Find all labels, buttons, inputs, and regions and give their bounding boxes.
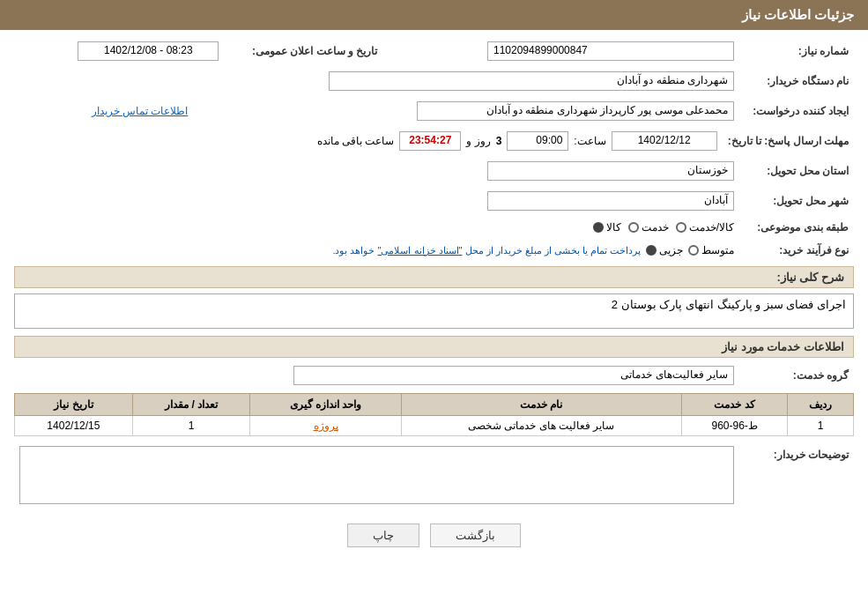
category-goods-label: کالا — [606, 221, 621, 234]
service-group-table: گروه خدمت: سایر فعالیت‌های خدماتی — [14, 363, 854, 388]
category-goods-service-radio — [676, 222, 686, 233]
table-header-unit: واحد اندازه گیری — [250, 394, 401, 416]
announce-date-value: 1402/12/08 - 08:23 — [78, 41, 219, 61]
content-area: شماره نیاز: 1102094899000847 تاریخ و ساع… — [0, 30, 868, 565]
deadline-remaining: 23:54:27 — [399, 131, 461, 151]
category-goods-service-option[interactable]: کالا/خدمت — [676, 221, 734, 234]
table-header-code: کد خدمت — [681, 394, 787, 416]
purchase-type-label: نوع فرآیند خرید: — [739, 241, 854, 259]
table-header-date: تاریخ نیاز — [15, 394, 133, 416]
need-desc-container: اجرای فضای سبز و پارکینگ انتهای پارک بوس… — [14, 293, 854, 329]
page-header: جزئیات اطلاعات نیاز — [0, 0, 868, 30]
purchase-part-option[interactable]: جزیی — [646, 244, 683, 256]
service-group-value: سایر فعالیت‌های خدماتی — [293, 366, 734, 385]
buyer-notes-textarea[interactable] — [19, 446, 734, 504]
deadline-time: 09:00 — [507, 131, 568, 151]
page-title: جزئیات اطلاعات نیاز — [742, 7, 854, 22]
back-button[interactable]: بازگشت — [430, 524, 521, 547]
announce-date-label: تاریخ و ساعت اعلان عمومی: — [224, 39, 382, 63]
need-desc-value: اجرای فضای سبز و پارکینگ انتهای پارک بوس… — [14, 293, 854, 329]
deadline-remaining-label: ساعت باقی مانده — [317, 135, 395, 147]
need-info-table: شماره نیاز: 1102094899000847 تاریخ و ساع… — [14, 39, 854, 63]
creator-contact-link[interactable]: اطلاعات تماس خریدار — [92, 105, 189, 117]
service-group-label: گروه خدمت: — [739, 363, 854, 388]
deadline-table: مهلت ارسال پاسخ: تا تاریخ: 1402/12/12 سا… — [14, 129, 854, 153]
province-table: استان محل تحویل: خوزستان — [14, 159, 854, 183]
province-label: استان محل تحویل: — [739, 159, 854, 183]
unit-cell[interactable]: پروژه — [314, 420, 338, 432]
category-service-radio — [628, 222, 639, 233]
services-data-table: ردیف کد خدمت نام خدمت واحد اندازه گیری ت… — [14, 393, 854, 436]
purchase-part-radio — [646, 245, 657, 256]
need-desc-section-title: شرح کلی نیاز: — [14, 266, 854, 288]
category-goods-service-label: کالا/خدمت — [689, 221, 734, 234]
city-table: شهر محل تحویل: آبادان — [14, 189, 854, 213]
purchase-note: پرداخت تمام یا بخشی از مبلغ خریدار از مح… — [332, 245, 641, 256]
table-row: 1ط-96-960سایر فعالیت های خدماتی شخصیپروژ… — [15, 416, 854, 436]
category-service-option[interactable]: خدمت — [628, 221, 669, 234]
deadline-label: مهلت ارسال پاسخ: تا تاریخ: — [723, 129, 854, 153]
city-label: شهر محل تحویل: — [739, 189, 854, 213]
purchase-medium-radio — [688, 245, 699, 256]
need-number-value: 1102094899000847 — [487, 41, 734, 61]
deadline-date: 1402/12/12 — [612, 131, 717, 151]
table-header-row: ردیف — [788, 394, 854, 416]
creator-value: محمدعلی موسی پور کارپرداز شهرداری منطقه … — [417, 101, 734, 121]
deadline-time-label: ساعت: — [574, 135, 605, 147]
deadline-days-label: روز و — [466, 135, 490, 147]
purchase-part-label: جزیی — [659, 244, 683, 256]
category-goods-radio — [593, 222, 604, 233]
purchase-medium-label: متوسط — [701, 244, 734, 256]
category-table: طبقه بندی موضوعی: کالا/خدمت خدمت کالا — [14, 219, 854, 236]
category-service-label: خدمت — [642, 221, 669, 234]
table-header-quantity: تعداد / مقدار — [132, 394, 250, 416]
creator-label: ایجاد کننده درخواست: — [739, 99, 854, 123]
button-row: بازگشت چاپ — [14, 524, 854, 547]
table-header-name: نام خدمت — [401, 394, 681, 416]
buyer-org-table: نام دستگاه خریدار: شهرداری منطقه دو آباد… — [14, 69, 854, 93]
deadline-days: 3 — [496, 135, 502, 147]
need-number-label: شماره نیاز: — [739, 39, 854, 63]
purchase-type-table: نوع فرآیند خرید: متوسط جزیی پرداخت تمام … — [14, 241, 854, 259]
province-value: خوزستان — [487, 161, 734, 181]
buyer-notes-table: توضیحات خریدار: — [14, 443, 854, 509]
category-label: طبقه بندی موضوعی: — [739, 219, 854, 236]
purchase-medium-option[interactable]: متوسط — [688, 244, 734, 256]
buyer-notes-label: توضیحات خریدار: — [739, 443, 854, 509]
creator-table: ایجاد کننده درخواست: محمدعلی موسی پور کا… — [14, 99, 854, 123]
buyer-org-label: نام دستگاه خریدار: — [739, 69, 854, 93]
print-button[interactable]: چاپ — [347, 524, 419, 547]
page-container: جزئیات اطلاعات نیاز شماره نیاز: 11020948… — [0, 0, 868, 609]
services-section-title: اطلاعات خدمات مورد نیاز — [14, 336, 854, 358]
category-goods-option[interactable]: کالا — [593, 221, 621, 234]
city-value: آبادان — [487, 191, 734, 211]
buyer-org-value: شهرداری منطقه دو آبادان — [329, 71, 734, 91]
